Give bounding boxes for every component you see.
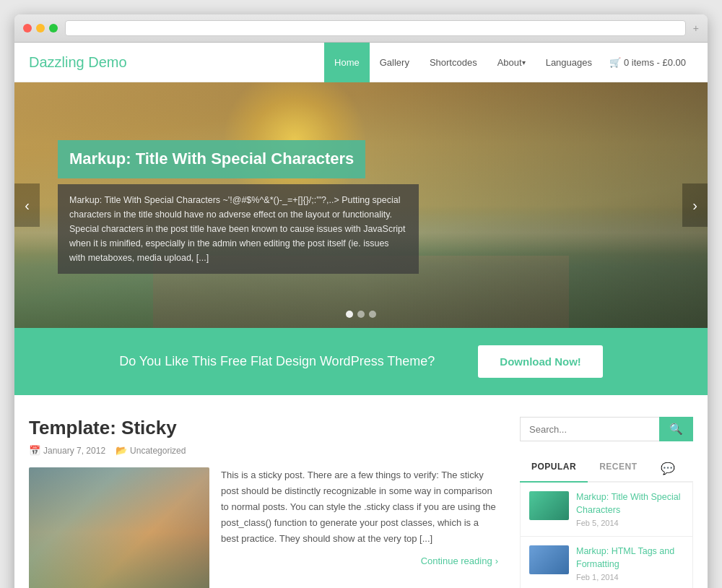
post-date-text: January 7, 2012 [43, 446, 105, 456]
post-date: 📅 January 7, 2012 [29, 445, 105, 456]
site-logo[interactable]: Dazzling Demo [29, 54, 324, 71]
arrow-right-icon: › [495, 555, 498, 566]
post-category: 📂 Uncategorized [116, 445, 186, 456]
cart-item[interactable]: 🛒 0 items - £0.00 [602, 57, 693, 68]
hero-title: Markup: Title With Special Characters [69, 149, 354, 170]
sidebar-post-date: Feb 5, 2014 [576, 519, 684, 527]
nav-item-languages[interactable]: Languages [536, 43, 602, 82]
sidebar-tabs: POPULAR RECENT 💬 [520, 456, 693, 483]
slider-dot-2[interactable] [357, 311, 365, 318]
sidebar-post-info: Markup: HTML Tags and Formatting Feb 1, … [576, 545, 684, 581]
nav-items: Home Gallery Shortcodes About Languages … [324, 43, 693, 82]
sidebar-post-title[interactable]: Markup: HTML Tags and Formatting [576, 545, 684, 571]
nav-item-about[interactable]: About [487, 43, 536, 82]
slider-dots [346, 311, 376, 318]
sidebar-post-thumbnail [529, 491, 569, 520]
sidebar: 🔍 POPULAR RECENT 💬 Markup: Title With Sp… [520, 417, 693, 588]
continue-reading-link[interactable]: Continue reading › [421, 555, 498, 566]
nav-item-shortcodes[interactable]: Shortcodes [419, 43, 487, 82]
sidebar-tab-comments[interactable]: 💬 [649, 456, 687, 481]
slider-next-button[interactable]: › [682, 183, 708, 227]
dot-minimize[interactable] [36, 24, 45, 33]
post-excerpt: This is a sticky post. There are a few t… [221, 467, 498, 547]
browser-window: + Dazzling Demo Home Gallery Shortcodes … [14, 14, 708, 588]
post-meta: 📅 January 7, 2012 📂 Uncategorized [29, 445, 498, 456]
hero-slider: Markup: Title With Special Characters Ma… [14, 82, 708, 328]
blog-area: Template: Sticky 📅 January 7, 2012 📂 Unc… [29, 417, 498, 588]
nav-item-gallery[interactable]: Gallery [370, 43, 419, 82]
cart-icon: 🛒 [609, 57, 621, 68]
expand-icon[interactable]: + [693, 22, 699, 34]
hero-content: Markup: Title With Special Characters Ma… [58, 140, 419, 274]
slider-prev-button[interactable]: ‹ [14, 183, 40, 227]
thumbnail-overlay [29, 467, 209, 588]
hero-title-box: Markup: Title With Special Characters [58, 140, 365, 178]
dot-maximize[interactable] [49, 24, 58, 33]
cta-text: Do You Like This Free Flat Design WordPr… [119, 354, 435, 369]
search-button[interactable]: 🔍 [659, 417, 693, 441]
website-content: Dazzling Demo Home Gallery Shortcodes Ab… [14, 43, 708, 588]
post-body: This is a sticky post. There are a few t… [29, 467, 498, 588]
cart-label: 0 items - £0.00 [624, 57, 686, 68]
folder-icon: 📂 [116, 445, 127, 456]
slider-dot-1[interactable] [346, 311, 353, 318]
hero-desc-box: Markup: Title With Special Characters ~'… [58, 184, 419, 274]
post-category-text: Uncategorized [130, 446, 186, 456]
main-content: Template: Sticky 📅 January 7, 2012 📂 Unc… [14, 395, 708, 588]
download-now-button[interactable]: Download Now! [478, 345, 603, 378]
browser-dots [23, 24, 58, 33]
dot-close[interactable] [23, 24, 32, 33]
list-item: Markup: HTML Tags and Formatting Feb 1, … [521, 537, 692, 588]
search-input[interactable] [520, 417, 659, 441]
top-nav: Dazzling Demo Home Gallery Shortcodes Ab… [14, 43, 708, 82]
browser-url[interactable] [65, 20, 686, 36]
slider-dot-3[interactable] [369, 311, 376, 318]
sidebar-posts-list: Markup: Title With Special Characters Fe… [520, 483, 693, 588]
search-box: 🔍 [520, 417, 693, 441]
list-item: Markup: Title With Special Characters Fe… [521, 483, 692, 537]
browser-chrome: + [14, 14, 708, 43]
cta-banner: Do You Like This Free Flat Design WordPr… [14, 328, 708, 395]
sidebar-post-title[interactable]: Markup: Title With Special Characters [576, 491, 684, 516]
sidebar-post-thumbnail [529, 545, 569, 574]
sidebar-post-date: Feb 1, 2014 [576, 573, 684, 581]
continue-reading-text: Continue reading [421, 555, 492, 566]
hero-description: Markup: Title With Special Characters ~'… [69, 193, 407, 265]
nav-item-home[interactable]: Home [324, 43, 370, 82]
post-thumbnail [29, 467, 209, 588]
sidebar-tab-recent[interactable]: RECENT [588, 456, 648, 481]
sidebar-tab-popular[interactable]: POPULAR [520, 456, 588, 483]
sidebar-post-info: Markup: Title With Special Characters Fe… [576, 491, 684, 527]
post-excerpt-area: This is a sticky post. There are a few t… [221, 467, 498, 588]
calendar-icon: 📅 [29, 445, 40, 456]
post-title: Template: Sticky [29, 417, 498, 439]
